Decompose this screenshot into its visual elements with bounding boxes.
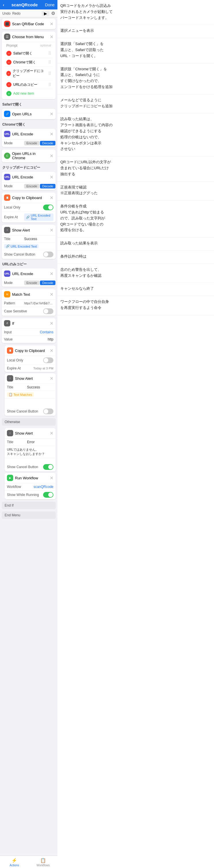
url-only-menu-item[interactable]: − URLのみコピー ⠿ xyxy=(4,80,53,89)
decode-btn3[interactable]: Decode xyxy=(40,281,55,285)
redo-button[interactable]: Redo xyxy=(12,11,21,16)
copy-clipboard2-close[interactable]: ✕ xyxy=(50,348,53,353)
end-menu-label: End Menu xyxy=(2,512,56,519)
comment-8: 正規表現で確認 ※正規表現はググった xyxy=(57,182,214,201)
copy-clipboard1-close[interactable]: ✕ xyxy=(50,195,53,200)
show-cancel1-label: Show Cancel Button xyxy=(4,252,35,256)
match-text-block: M Match Text ✕ Pattern https?://[\w:%#\$… xyxy=(2,289,56,316)
done-button[interactable]: Done xyxy=(45,3,55,7)
show-alert2-title: Show Alert xyxy=(15,376,48,381)
encode-btn1[interactable]: Encode xyxy=(24,141,39,146)
add-new-icon: + xyxy=(6,91,11,96)
url-encode2-icon: URL xyxy=(4,174,10,180)
local-only2-toggle[interactable] xyxy=(43,358,53,363)
safari-group-label: Safariで開く xyxy=(0,100,57,107)
pattern-label: Pattern xyxy=(4,301,24,305)
add-new-label: Add new item xyxy=(13,92,34,95)
decode-btn2[interactable]: Decode xyxy=(40,184,55,188)
chrome-group-label: Chromeで開く xyxy=(0,121,57,128)
run-workflow-close[interactable]: ✕ xyxy=(50,475,53,481)
clipboard-menu-item[interactable]: − クリップボードにコピー ⠿ xyxy=(4,67,53,80)
prompt-label: Prompt xyxy=(6,43,18,48)
comment-2: 選択メニューを表示 xyxy=(57,25,214,38)
url-encode2-block: URL URL Encode ✕ Mode Encode Decode xyxy=(2,172,56,190)
match-text-icon: M xyxy=(4,291,10,298)
open-urls-chrome-block: C Open URLs in Chrome ✕ xyxy=(2,150,56,162)
case-sensitive-toggle[interactable] xyxy=(43,308,53,314)
workflows-nav-icon: 📋 xyxy=(40,858,46,863)
comment-13: キャンセルなら終了 xyxy=(57,283,214,296)
success-value1: Success xyxy=(24,237,53,241)
clipboard-drag-handle[interactable]: ⠿ xyxy=(48,71,51,76)
show-cancel3-label: Show Cancel Button xyxy=(7,465,38,469)
open-urls-icon: 🔗 xyxy=(4,111,10,117)
alert-icon1: ! xyxy=(4,227,10,233)
run-icon: ▶ xyxy=(7,475,13,481)
mode-label1: Mode xyxy=(4,141,24,145)
toolbar: Undo Redo ▶ ⚙ xyxy=(0,9,57,18)
copy-icon1: 📋 xyxy=(4,194,10,201)
copy-clipboard1-title: Copy to Clipboard xyxy=(12,196,48,200)
left-panel: ‹ scanQRcode Done Undo Redo ▶ ⚙ ⬛ Scan Q… xyxy=(0,0,57,868)
show-alert1-close[interactable]: ✕ xyxy=(50,227,53,233)
url-encoded-chip2[interactable]: 🔗 URL Encoded Text xyxy=(4,244,38,248)
show-alert2-close[interactable]: ✕ xyxy=(50,376,53,381)
chrome-drag-handle[interactable]: ⠿ xyxy=(48,60,51,65)
url-only-group-label: URLのみコピー xyxy=(0,260,57,267)
show-alert3-block: ! Show Alert ✕ Title Error URLではありません。 ス… xyxy=(5,428,56,472)
play-button[interactable]: ▶ xyxy=(42,11,49,16)
encode-btn2[interactable]: Encode xyxy=(24,184,39,188)
mode-label3: Mode xyxy=(4,281,24,285)
nav-actions[interactable]: ⚡ Actions xyxy=(0,858,29,867)
if-close[interactable]: ✕ xyxy=(50,321,53,326)
safari-drag-handle[interactable]: ⠿ xyxy=(48,51,51,56)
alert-icon3: ! xyxy=(7,430,13,436)
local-only1-toggle[interactable] xyxy=(43,205,53,210)
safari-menu-icon: − xyxy=(6,51,11,56)
match-text-close[interactable]: ✕ xyxy=(50,292,53,297)
title-label3: Title xyxy=(7,440,27,444)
undo-button[interactable]: Undo xyxy=(2,11,10,16)
scan-qr-block: ⬛ Scan QR/Bar Code ✕ xyxy=(2,19,56,29)
bottom-nav: ⚡ Actions 📋 Workflows xyxy=(0,856,57,868)
gear-icon[interactable]: ⚙ xyxy=(51,10,55,16)
choose-menu-close[interactable]: ✕ xyxy=(50,34,53,39)
comment-6: 読み取った結果は、 アラート画面を表示して内容の 確認ができるようにする 処理の… xyxy=(57,113,214,156)
workflows-nav-label: Workflows xyxy=(36,864,50,867)
chrome-menu-item[interactable]: − Chromeで開く ⠿ xyxy=(4,58,53,67)
copy-clipboard2-title: Copy to Clipboard xyxy=(15,348,48,353)
actions-nav-label: Actions xyxy=(10,864,19,867)
encode-btn3[interactable]: Encode xyxy=(24,281,39,285)
right-panel: QRコードをカメラから読込み 実行されるとカメラが起動して バーコードスキャンし… xyxy=(57,0,214,868)
show-cancel2-toggle[interactable] xyxy=(43,408,53,414)
show-alert3-close[interactable]: ✕ xyxy=(50,431,53,436)
show-cancel3-toggle[interactable] xyxy=(43,464,53,470)
url-encode1-close[interactable]: ✕ xyxy=(50,131,53,137)
text-matches-chip[interactable]: 📋 Text Matches xyxy=(7,393,34,397)
expire-at2-label: Expire At xyxy=(7,366,27,370)
url-encode2-close[interactable]: ✕ xyxy=(50,175,53,180)
choose-menu-block: ☰ Choose from Menu ✕ Prompt optional − S… xyxy=(2,32,56,99)
scan-qr-close[interactable]: ✕ xyxy=(50,21,53,27)
show-alert1-block: ! Show Alert ✕ Title Success 🔗 URL Encod… xyxy=(2,225,56,259)
url-encode3-close[interactable]: ✕ xyxy=(50,271,53,277)
show-alert3-title: Show Alert xyxy=(15,431,48,435)
open-urls-close[interactable]: ✕ xyxy=(50,111,53,117)
add-new-item[interactable]: + Add new item xyxy=(4,89,53,98)
title-label1: Title xyxy=(4,237,24,241)
comment-12: 念のため警告を出して、 再度スキャンするか確認 xyxy=(57,264,214,283)
safari-menu-item[interactable]: − Safariで開く ⠿ xyxy=(4,49,53,58)
url-only-drag-handle[interactable]: ⠿ xyxy=(48,82,51,87)
show-while-running-toggle[interactable] xyxy=(43,492,53,498)
nav-workflows[interactable]: 📋 Workflows xyxy=(29,858,57,867)
show-alert2-block: ! Show Alert ✕ Title Success 📋 Text Matc… xyxy=(5,373,56,416)
url-encode3-title: URL Encode xyxy=(12,272,48,276)
decode-btn1[interactable]: Decode xyxy=(40,141,55,146)
scan-qr-title: Scan QR/Bar Code xyxy=(12,22,48,26)
show-alert1-title: Show Alert xyxy=(12,228,48,232)
show-cancel1-toggle[interactable] xyxy=(43,252,53,257)
actions-nav-icon: ⚡ xyxy=(11,858,17,863)
open-urls-chrome-close[interactable]: ✕ xyxy=(50,153,53,159)
url-encoded-chip1[interactable]: 🔗 URL Encoded Text xyxy=(24,213,53,221)
input-label: Input xyxy=(4,330,24,334)
